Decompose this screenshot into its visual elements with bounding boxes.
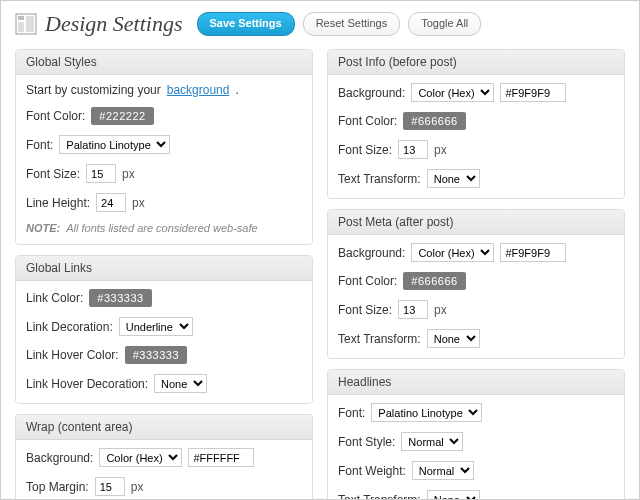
headlines-panel: Headlines Font: Palatino Linotype Font S… bbox=[327, 369, 625, 500]
px-unit: px bbox=[434, 143, 447, 157]
panel-title: Headlines bbox=[328, 370, 624, 395]
font-select[interactable]: Palatino Linotype bbox=[371, 403, 482, 422]
note-text: All fonts listed are considered web-safe bbox=[66, 222, 257, 234]
weight-label: Font Weight: bbox=[338, 464, 406, 478]
tt-select[interactable]: None bbox=[427, 490, 480, 500]
font-color-label: Font Color: bbox=[26, 109, 85, 123]
right-column: Post Info (before post) Background: Colo… bbox=[327, 49, 625, 500]
tt-label: Text Transform: bbox=[338, 172, 421, 186]
bg-hex-input[interactable] bbox=[188, 448, 254, 467]
page-title: Design Settings bbox=[45, 11, 183, 37]
panels-container: Global Styles Start by customizing your … bbox=[1, 45, 639, 500]
panel-title: Global Styles bbox=[16, 50, 312, 75]
wrap-panel: Wrap (content area) Background: Color (H… bbox=[15, 414, 313, 500]
intro-suffix: . bbox=[235, 83, 238, 97]
bg-type-select[interactable]: Color (Hex) bbox=[99, 448, 182, 467]
svg-rect-3 bbox=[26, 16, 34, 32]
background-link[interactable]: background bbox=[167, 83, 230, 97]
global-styles-panel: Global Styles Start by customizing your … bbox=[15, 49, 313, 245]
toggle-all-button[interactable]: Toggle All bbox=[408, 12, 481, 35]
font-color-label: Font Color: bbox=[338, 114, 397, 128]
font-color-swatch[interactable]: #666666 bbox=[403, 272, 465, 290]
hover-color-swatch[interactable]: #333333 bbox=[125, 346, 187, 364]
save-settings-button[interactable]: Save Settings bbox=[197, 12, 295, 35]
reset-settings-button[interactable]: Reset Settings bbox=[303, 12, 401, 35]
link-deco-select[interactable]: Underline bbox=[119, 317, 193, 336]
app-icon bbox=[15, 13, 37, 35]
panel-title: Post Meta (after post) bbox=[328, 210, 624, 235]
panel-title: Post Info (before post) bbox=[328, 50, 624, 75]
intro-prefix: Start by customizing your bbox=[26, 83, 161, 97]
font-size-input[interactable] bbox=[398, 300, 428, 319]
font-label: Font: bbox=[338, 406, 365, 420]
px-unit: px bbox=[434, 303, 447, 317]
global-links-panel: Global Links Link Color: #333333 Link De… bbox=[15, 255, 313, 404]
font-label: Font: bbox=[26, 138, 53, 152]
bg-label: Background: bbox=[338, 246, 405, 260]
top-margin-input[interactable] bbox=[95, 477, 125, 496]
px-unit: px bbox=[122, 167, 135, 181]
hover-color-label: Link Hover Color: bbox=[26, 348, 119, 362]
page-header: Design Settings Save Settings Reset Sett… bbox=[1, 1, 639, 45]
px-unit: px bbox=[131, 480, 144, 494]
tt-label: Text Transform: bbox=[338, 493, 421, 501]
weight-select[interactable]: Normal bbox=[412, 461, 474, 480]
font-select[interactable]: Palatino Linotype bbox=[59, 135, 170, 154]
panel-title: Global Links bbox=[16, 256, 312, 281]
top-margin-label: Top Margin: bbox=[26, 480, 89, 494]
svg-rect-1 bbox=[18, 16, 24, 20]
bg-hex-input[interactable] bbox=[500, 243, 566, 262]
font-size-label: Font Size: bbox=[338, 143, 392, 157]
bg-type-select[interactable]: Color (Hex) bbox=[411, 243, 494, 262]
tt-select[interactable]: None bbox=[427, 329, 480, 348]
font-size-input[interactable] bbox=[86, 164, 116, 183]
font-size-label: Font Size: bbox=[338, 303, 392, 317]
bg-label: Background: bbox=[338, 86, 405, 100]
post-info-panel: Post Info (before post) Background: Colo… bbox=[327, 49, 625, 199]
tt-label: Text Transform: bbox=[338, 332, 421, 346]
bg-type-select[interactable]: Color (Hex) bbox=[411, 83, 494, 102]
hover-deco-select[interactable]: None bbox=[154, 374, 207, 393]
bg-hex-input[interactable] bbox=[500, 83, 566, 102]
style-select[interactable]: Normal bbox=[401, 432, 463, 451]
link-deco-label: Link Decoration: bbox=[26, 320, 113, 334]
style-label: Font Style: bbox=[338, 435, 395, 449]
font-color-swatch[interactable]: #666666 bbox=[403, 112, 465, 130]
tt-select[interactable]: None bbox=[427, 169, 480, 188]
link-color-swatch[interactable]: #333333 bbox=[89, 289, 151, 307]
font-size-input[interactable] bbox=[398, 140, 428, 159]
line-height-input[interactable] bbox=[96, 193, 126, 212]
font-color-label: Font Color: bbox=[338, 274, 397, 288]
font-size-label: Font Size: bbox=[26, 167, 80, 181]
hover-deco-label: Link Hover Decoration: bbox=[26, 377, 148, 391]
px-unit: px bbox=[132, 196, 145, 210]
svg-rect-2 bbox=[18, 22, 24, 32]
left-column: Global Styles Start by customizing your … bbox=[15, 49, 313, 500]
font-color-swatch[interactable]: #222222 bbox=[91, 107, 153, 125]
note-prefix: NOTE: bbox=[26, 222, 60, 234]
post-meta-panel: Post Meta (after post) Background: Color… bbox=[327, 209, 625, 359]
link-color-label: Link Color: bbox=[26, 291, 83, 305]
bg-label: Background: bbox=[26, 451, 93, 465]
line-height-label: Line Height: bbox=[26, 196, 90, 210]
panel-title: Wrap (content area) bbox=[16, 415, 312, 440]
